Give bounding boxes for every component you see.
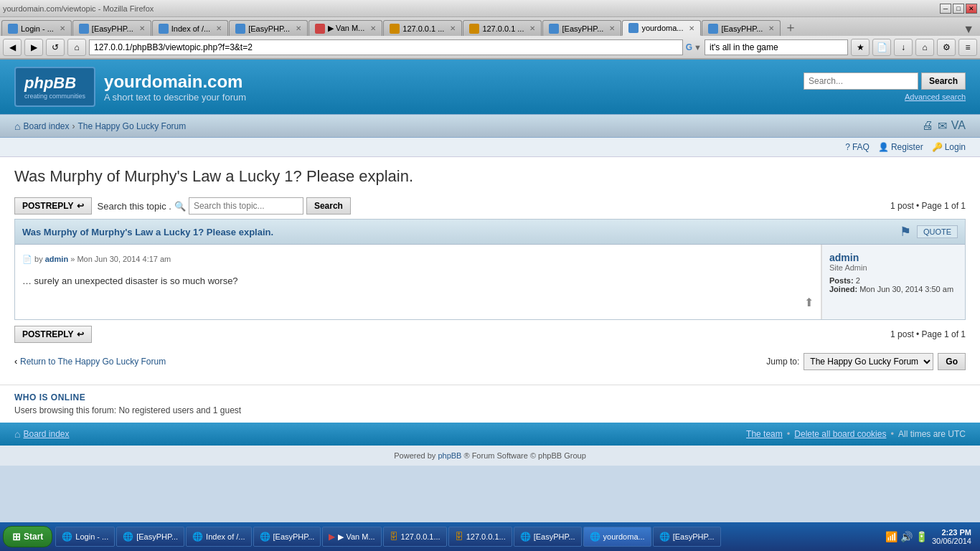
font-icon[interactable]: VA: [951, 119, 966, 133]
search-engine-label: ▼: [694, 43, 702, 52]
site-subtitle: A short text to describe your forum: [104, 92, 246, 103]
tab-overflow-button[interactable]: ▼: [958, 23, 979, 36]
print-icon[interactable]: 🖨: [922, 119, 933, 133]
who-online-text: Users browsing this forum: No registered…: [14, 405, 966, 415]
taskbar-item-4[interactable]: ▶ ▶ Van M...: [322, 527, 381, 547]
breadcrumb-board-index[interactable]: Board index: [23, 121, 69, 131]
report-icon[interactable]: ⚑: [900, 224, 911, 240]
site-title-area: yourdomain.com A short text to describe …: [104, 72, 246, 103]
search-topic-area: Search this topic . 🔍 Search: [98, 197, 351, 215]
breadcrumb-separator: ›: [72, 121, 75, 131]
taskbar-item-1[interactable]: 🌐 [EasyPHP...: [116, 527, 184, 547]
tab-close-index[interactable]: ✕: [216, 24, 222, 32]
new-tab-button[interactable]: ＋: [781, 19, 800, 36]
footer-team-link[interactable]: The team: [746, 429, 783, 439]
post-reply-button-bottom[interactable]: POSTREPLY ↩: [14, 326, 92, 343]
settings-button[interactable]: ⚙: [937, 39, 956, 56]
start-button[interactable]: ⊞ Start: [3, 526, 52, 547]
taskbar-item-9[interactable]: 🌐 [EasyPHP...: [653, 527, 721, 547]
tab-easyphp2[interactable]: [EasyPHP... ✕: [229, 20, 308, 36]
tab-van[interactable]: ▶ Van M... ✕: [308, 20, 382, 36]
search-engine-selector[interactable]: G ▼: [686, 42, 702, 52]
tab-close-127-2[interactable]: ✕: [529, 24, 535, 32]
home-nav-button[interactable]: ⌂: [915, 39, 934, 56]
taskbar-item-8[interactable]: 🌐 yourdoma...: [583, 527, 651, 547]
tab-close-easyphp1[interactable]: ✕: [139, 24, 145, 32]
tab-label-van: ▶ Van M...: [328, 24, 364, 33]
tab-easyphp4[interactable]: [EasyPHP... ✕: [702, 20, 781, 36]
search-topic-button[interactable]: Search: [306, 197, 351, 215]
tab-index[interactable]: Index of /... ✕: [152, 20, 228, 36]
taskbar-item-5[interactable]: 🗄 127.0.0.1...: [383, 527, 447, 547]
tab-close-easyphp2[interactable]: ✕: [296, 24, 301, 32]
tab-icon-easyphp2: [235, 24, 245, 34]
breadcrumb-forum[interactable]: The Happy Go Lucky Forum: [78, 121, 187, 131]
tab-close-easyphp3[interactable]: ✕: [609, 24, 615, 32]
post-author-link[interactable]: admin: [45, 255, 68, 263]
tab-127-2[interactable]: 127.0.0.1 ... ✕: [463, 20, 542, 36]
tab-icon-yourdomain: [628, 23, 639, 33]
back-button[interactable]: ◀: [3, 39, 22, 56]
tab-close-127-1[interactable]: ✕: [450, 24, 456, 32]
tab-close-yourdomain[interactable]: ✕: [689, 24, 694, 32]
jump-go-button[interactable]: Go: [938, 353, 966, 370]
logo-box: phpBB creating communities: [14, 67, 95, 107]
forward-button[interactable]: ▶: [24, 39, 43, 56]
tab-close-easyphp4[interactable]: ✕: [768, 24, 774, 32]
reader-button[interactable]: 📄: [872, 39, 891, 56]
tab-login[interactable]: Login - ... ✕: [1, 20, 72, 36]
register-label: Register: [891, 142, 923, 152]
logo-text: phpBB: [24, 74, 85, 93]
top-icon[interactable]: ⬆: [804, 296, 814, 309]
jump-to-area: Jump to: The Happy Go Lucky Forum Go: [766, 353, 966, 370]
network-icon[interactable]: 📶: [885, 531, 897, 542]
menu-button[interactable]: ≡: [958, 39, 977, 56]
taskbar-item-0[interactable]: 🌐 Login - ...: [55, 527, 115, 547]
tab-bar: Login - ... ✕ [EasyPHP... ✕ Index of /..…: [0, 17, 980, 36]
tab-close-login[interactable]: ✕: [60, 24, 65, 32]
clock[interactable]: 2:23 PM 30/06/2014: [932, 528, 971, 545]
browser-search-input[interactable]: [705, 39, 848, 55]
faq-link[interactable]: ? FAQ: [845, 142, 870, 152]
close-button[interactable]: ✕: [966, 4, 977, 14]
email-icon[interactable]: ✉: [938, 119, 947, 133]
volume-icon[interactable]: 🔊: [900, 531, 913, 542]
maximize-button[interactable]: □: [953, 4, 964, 14]
tab-easyphp1[interactable]: [EasyPHP... ✕: [72, 20, 151, 36]
header-search-input[interactable]: [804, 72, 918, 90]
phpbb-link[interactable]: phpBB: [438, 451, 461, 460]
tab-label-easyphp4: [EasyPHP...: [721, 24, 763, 33]
reload-button[interactable]: ↺: [46, 39, 65, 56]
address-bar[interactable]: [89, 39, 683, 55]
advanced-search-link[interactable]: Advanced search: [905, 93, 966, 101]
minimize-button[interactable]: ─: [940, 4, 951, 14]
battery-icon[interactable]: 🔋: [915, 531, 928, 542]
post-reply-button[interactable]: POSTREPLY ↩: [14, 197, 92, 215]
search-topic-input[interactable]: [189, 197, 303, 215]
tab-127-1[interactable]: 127.0.0.1 ... ✕: [383, 20, 462, 36]
search-topic-icon: 🔍: [174, 201, 186, 212]
taskbar-item-6[interactable]: 🗄 127.0.0.1...: [448, 527, 512, 547]
login-label: Login: [945, 142, 966, 152]
tab-close-van[interactable]: ✕: [370, 24, 376, 32]
home-button[interactable]: ⌂: [67, 39, 86, 56]
tab-yourdomain[interactable]: yourdoma... ✕: [622, 20, 701, 36]
taskbar-item-7[interactable]: 🌐 [EasyPHP...: [514, 527, 582, 547]
login-link[interactable]: 🔑 Login: [932, 142, 966, 152]
tab-icon-easyphp1: [79, 24, 89, 34]
footer-board-index-link[interactable]: Board index: [23, 429, 69, 439]
jump-select[interactable]: The Happy Go Lucky Forum: [804, 353, 933, 370]
register-link[interactable]: 👤 Register: [878, 142, 923, 152]
bookmark-button[interactable]: ★: [851, 39, 870, 56]
author-stats: Posts: 2 Joined: Mon Jun 30, 2014 3:50 a…: [829, 276, 958, 293]
return-link[interactable]: Return to The Happy Go Lucky Forum: [20, 357, 166, 367]
header-search-button[interactable]: Search: [921, 72, 966, 90]
taskbar-item-3[interactable]: 🌐 [EasyPHP...: [253, 527, 321, 547]
taskbar-item-2[interactable]: 🌐 Index of /...: [186, 527, 251, 547]
tab-easyphp3[interactable]: [EasyPHP... ✕: [542, 20, 621, 36]
footer-delete-cookies-link[interactable]: Delete all board cookies: [794, 429, 886, 439]
download-button[interactable]: ↓: [894, 39, 913, 56]
tab-icon-van: [315, 24, 325, 34]
author-name[interactable]: admin: [829, 252, 958, 263]
quote-button[interactable]: QUOTE: [917, 225, 958, 238]
